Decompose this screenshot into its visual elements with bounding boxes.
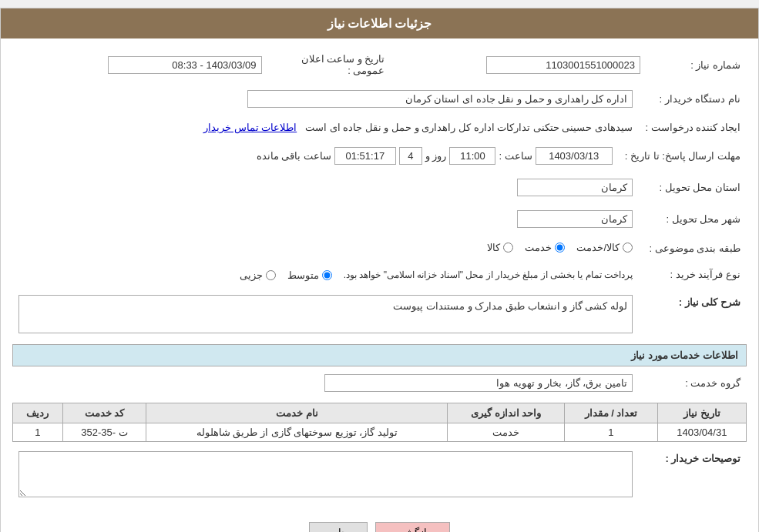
info-table-grohe: گروه خدمت : تامین برق، گاز، بخار و تهویه… [12,371,747,395]
value-shomareNiaz: 1103001551000023 [486,56,640,74]
value-groheKhedmat: تامین برق، گاز، بخار و تهویه هوا [324,374,633,392]
label-saat: ساعت : [499,150,532,162]
footer-buttons: بازگشت چاپ [12,510,747,533]
info-table-3: ایجاد کننده درخواست : سیدهادی حسینی حتکن… [12,119,747,136]
info-table-2: نام دستگاه خریدار : اداره کل راهداری و ح… [12,87,747,111]
info-table-8: نوع فرآیند خرید : پرداخت تمام یا بخشی از… [12,266,747,284]
value-ostan: کرمان [517,179,633,196]
col-vahed: واحد اندازه گیری [448,403,565,423]
mohlat-row: 1403/03/13 ساعت : 11:00 روز و 4 01:51:17… [18,147,613,165]
radio-motevaset[interactable]: متوسط [287,269,332,281]
info-table-5: استان محل تحویل : کرمان [12,176,747,199]
value-date: 1403/03/13 [536,147,613,165]
label-remaining: ساعت باقی مانده [257,150,331,162]
label-mohlat: مهلت ارسال پاسخ: تا تاریخ : [619,144,747,168]
info-table-toseif: توصیحات خریدار : [12,448,747,503]
info-table-6: شهر محل تحویل : کرمان [12,207,747,231]
info-table-9: شرح کلی نیاز : لوله کشی گاز و انشعاب طبق… [12,292,747,336]
label-namDastgah: نام دستگاه خریدار : [639,87,747,111]
page-wrapper: جزئیات اطلاعات نیاز شماره نیاز : 1103001… [0,8,759,532]
label-ijadKonande: ایجاد کننده درخواست : [639,119,747,136]
value-roz: 4 [399,147,422,165]
radio-khedmat[interactable]: خدمت [525,242,565,253]
col-tedad: تعداد / مقدار [565,403,658,423]
radio-kalaKhedmat[interactable]: کالا/خدمت [576,242,633,253]
label-noeFarayand: نوع فرآیند خرید : [639,266,747,284]
value-remaining: 01:51:17 [334,147,396,165]
value-namDastgah: اداره کل راهداری و حمل و نقل جاده ای است… [247,90,633,108]
radio-jozi[interactable]: جزیی [240,269,276,281]
value-time: 11:00 [449,147,495,165]
farayand-note: پرداخت تمام یا بخشی از مبلغ خریدار از مح… [344,269,633,280]
label-toseif: توصیحات خریدار : [639,448,747,503]
value-shahr: کرمان [517,210,633,228]
info-table-4: مهلت ارسال پاسخ: تا تاریخ : 1403/03/13 س… [12,144,747,168]
col-namKhedmat: نام خدمت [146,403,448,423]
print-button[interactable]: چاپ [309,522,368,533]
label-groheKhedmat: گروه خدمت : [639,371,747,395]
value-ijadKonande: سیدهادی حسینی حتکنی تدارکات اداره کل راه… [305,122,633,133]
back-button[interactable]: بازگشت [375,522,450,533]
label-shomareNiaz: شماره نیاز : [646,50,747,79]
services-section-header: اطلاعات خدمات مورد نیاز [12,344,747,366]
info-table-1: شماره نیاز : 1103001551000023 تاریخ و سا… [12,50,747,79]
radio-kala[interactable]: کالا [487,242,513,253]
services-table: تاریخ نیاز تعداد / مقدار واحد اندازه گیر… [12,403,747,442]
info-table-7: طبقه بندی موضوعی : کالا/خدمت خدمت [12,239,747,258]
col-tarikh: تاریخ نیاز [657,403,746,423]
label-sharh: شرح کلی نیاز : [639,292,747,336]
value-sharh: لوله کشی گاز و انشعاب طبق مدارک و مستندا… [18,295,633,333]
radio-group-tarife: کالا/خدمت خدمت کالا [487,242,633,253]
content-area: شماره نیاز : 1103001551000023 تاریخ و سا… [1,38,758,532]
contact-info-link[interactable]: اطلاعات تماس خریدار [203,122,297,133]
label-roz: روز و [425,150,447,162]
label-ostan: استان محل تحویل : [639,176,747,199]
table-row: 1403/04/31 1 خدمت تولید گاز، توزیع سوخته… [13,423,747,441]
col-kodKhedmat: کد خدمت [62,403,146,423]
label-tarifeBandi: طبقه بندی موضوعی : [639,239,747,258]
page-title: جزئیات اطلاعات نیاز [1,8,758,38]
label-shahr: شهر محل تحویل : [639,207,747,231]
toseif-textarea[interactable] [18,451,633,497]
value-tarikh-elaan: 1403/03/09 - 08:33 [108,56,262,74]
header-title-text: جزئیات اطلاعات نیاز [327,17,432,30]
radio-group-farayand: پرداخت تمام یا بخشی از مبلغ خریدار از مح… [240,269,633,281]
col-radif: ردیف [13,403,63,423]
label-tarikh: تاریخ و ساعت اعلان عمومی : [268,50,391,79]
